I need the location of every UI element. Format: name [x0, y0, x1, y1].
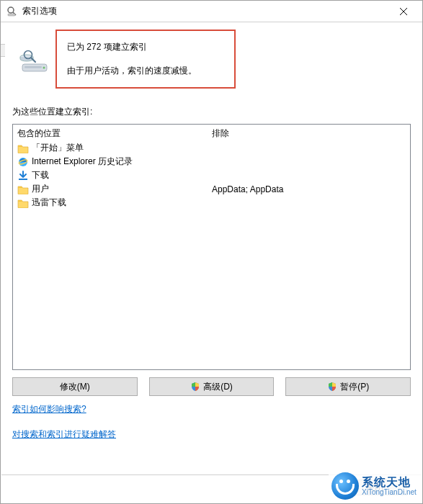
drive-icon-wrap	[12, 30, 55, 74]
location-row[interactable]: 下载	[17, 168, 406, 182]
list-body: 「开始」菜单Internet Explorer 历史记录下载用户AppData;…	[13, 141, 410, 369]
list-header: 包含的位置 排除	[13, 125, 410, 141]
svg-rect-13	[19, 179, 27, 180]
location-label: 下载	[32, 169, 212, 181]
status-speed-note: 由于用户活动，索引的速度减慢。	[67, 65, 220, 77]
window-title: 索引选项	[22, 5, 389, 17]
window-close-button[interactable]	[389, 1, 418, 22]
index-drive-icon	[18, 50, 50, 74]
location-label: 迅雷下载	[32, 197, 212, 209]
download-icon	[17, 170, 29, 181]
pause-button[interactable]: 暂停(P)	[285, 377, 411, 396]
location-row[interactable]: 用户AppData; AppData	[17, 182, 406, 196]
modify-button-label: 修改(M)	[60, 381, 90, 393]
status-highlight-box: 已为 272 项建立索引 由于用户活动，索引的速度减慢。	[55, 30, 236, 89]
watermark-line1: 系统天地	[362, 476, 417, 489]
location-excluded: AppData; AppData	[212, 184, 406, 194]
location-label: Internet Explorer 历史记录	[32, 156, 212, 168]
watermark: 系统天地 XiTongTianDi.net	[329, 469, 422, 503]
svg-rect-9	[25, 66, 42, 68]
link-how-affects-search[interactable]: 索引如何影响搜索?	[12, 403, 86, 415]
button-row: 修改(M) 高级(D) 暂停(P)	[12, 377, 411, 396]
folder-icon	[17, 197, 29, 209]
svg-point-0	[8, 7, 14, 13]
indexing-options-window: 索引选项 已为 272 项建立索引	[0, 0, 423, 504]
watermark-logo-icon	[331, 472, 359, 500]
location-row[interactable]: 迅雷下载	[17, 196, 406, 210]
column-header-included[interactable]: 包含的位置	[17, 127, 212, 140]
shield-icon	[190, 382, 200, 392]
svg-rect-2	[8, 14, 15, 16]
advanced-button-label: 高级(D)	[203, 381, 233, 393]
column-header-excluded[interactable]: 排除	[212, 127, 406, 140]
pause-button-label: 暂停(P)	[340, 381, 369, 393]
location-label: 「开始」菜单	[32, 142, 212, 154]
status-row: 已为 272 项建立索引 由于用户活动，索引的速度减慢。	[12, 30, 411, 89]
location-row[interactable]: 「开始」菜单	[17, 141, 406, 155]
close-icon	[400, 8, 407, 15]
location-row[interactable]: Internet Explorer 历史记录	[17, 155, 406, 168]
advanced-button[interactable]: 高级(D)	[149, 377, 275, 396]
location-label: 用户	[32, 183, 212, 195]
locations-label: 为这些位置建立索引:	[12, 106, 411, 118]
app-icon	[6, 6, 18, 17]
svg-point-10	[43, 67, 45, 69]
titlebar: 索引选项	[1, 1, 422, 22]
modify-button[interactable]: 修改(M)	[12, 377, 138, 396]
shield-icon	[327, 382, 337, 392]
status-indexed-count: 已为 272 项建立索引	[67, 41, 220, 53]
folder-icon	[17, 143, 29, 154]
link-troubleshoot[interactable]: 对搜索和索引进行疑难解答	[12, 428, 116, 441]
watermark-line2: XiTongTianDi.net	[362, 488, 417, 496]
ie-icon	[17, 156, 29, 168]
locations-list-panel: 包含的位置 排除 「开始」菜单Internet Explorer 历史记录下载用…	[12, 124, 411, 370]
content-area: 已为 272 项建立索引 由于用户活动，索引的速度减慢。 为这些位置建立索引: …	[1, 22, 422, 441]
watermark-text: 系统天地 XiTongTianDi.net	[362, 476, 417, 497]
edge-stub	[1, 44, 5, 57]
folder-icon	[17, 184, 29, 195]
